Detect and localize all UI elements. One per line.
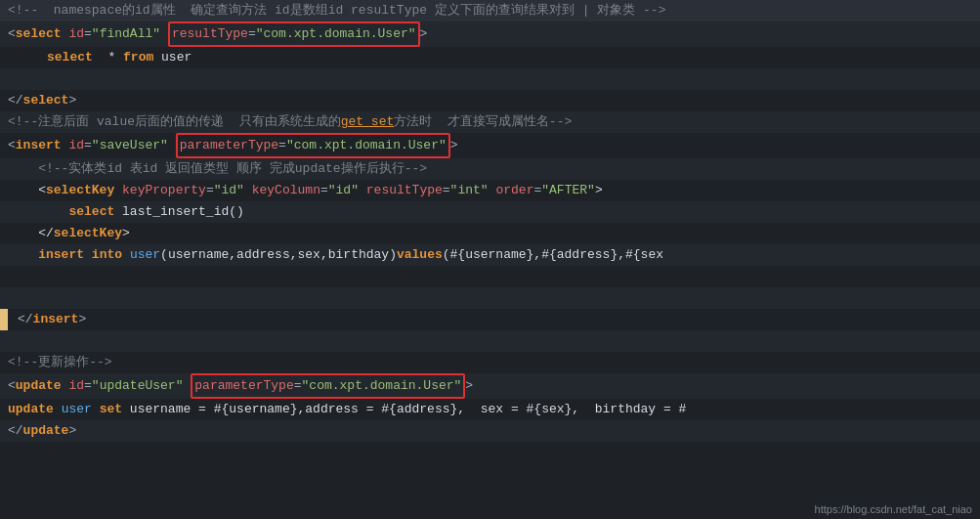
code-area: <!-- namespace的id属性 确定查询方法 id是数组id resul… <box>0 0 980 442</box>
line-13 <box>0 266 980 287</box>
highlight-param-type-2: parameterType="com.xpt.domain.User" <box>191 373 465 399</box>
line-7: <insert id="saveUser" parameterType="com… <box>0 133 980 158</box>
line-8: <!--实体类id 表id 返回值类型 顺序 完成update操作后执行--> <box>0 158 980 180</box>
line-2: <select id="findAll" resultType="com.xpt… <box>0 22 980 47</box>
line-19: update user set username = #{username},a… <box>0 399 980 420</box>
line-1-text: <!-- namespace的id属性 确定查询方法 id是数组id resul… <box>8 0 665 22</box>
line-4 <box>0 68 980 90</box>
code-editor: <!-- namespace的id属性 确定查询方法 id是数组id resul… <box>0 0 980 519</box>
line-9: <selectKey keyProperty="id" keyColumn="i… <box>0 180 980 201</box>
line-11: </selectKey> <box>0 223 980 244</box>
line-10: select last_insert_id() <box>0 201 980 223</box>
line-6: <!--注意后面 value后面的值的传递 只有由系统生成的get_set方法时… <box>0 111 980 133</box>
line-17: <!--更新操作--> <box>0 352 980 373</box>
line-18: <update id="updateUser" parameterType="c… <box>0 373 980 399</box>
line-3: select * from user <box>0 47 980 68</box>
line-16 <box>0 330 980 352</box>
line-20: </update> <box>0 420 980 442</box>
highlight-result-type-1: resultType="com.xpt.domain.User" <box>168 22 420 47</box>
line-14 <box>0 287 980 309</box>
line-12: insert into user(username,address,sex,bi… <box>0 244 980 266</box>
line-5: </select> <box>0 90 980 111</box>
line-indicator <box>0 309 8 330</box>
watermark: https://blog.csdn.net/fat_cat_niao <box>815 503 972 515</box>
line-15: </insert> <box>0 309 980 330</box>
highlight-param-type-1: parameterType="com.xpt.domain.User" <box>176 133 450 158</box>
line-1: <!-- namespace的id属性 确定查询方法 id是数组id resul… <box>0 0 980 22</box>
